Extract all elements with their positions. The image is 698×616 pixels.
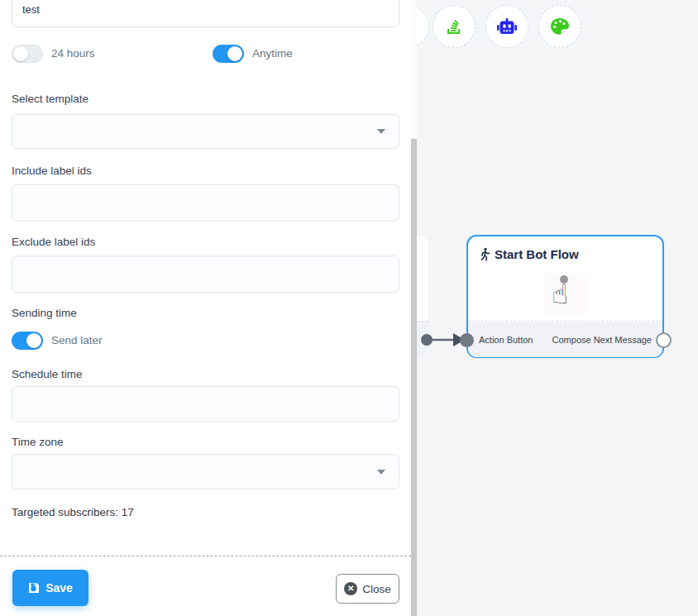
compose-next-message-label[interactable]: Compose Next Message <box>552 335 652 345</box>
exclude-label-ids-label: Exclude label ids <box>12 236 95 248</box>
palette-icon <box>550 17 570 36</box>
exclude-label-ids-input[interactable] <box>12 255 399 293</box>
close-button-label: Close <box>362 583 391 595</box>
chevron-down-icon <box>377 470 385 475</box>
partial-node-footer <box>417 322 428 357</box>
close-icon: ✕ <box>344 582 357 595</box>
24-hours-toggle-label: 24 hours <box>51 47 95 60</box>
node-separator <box>468 321 662 322</box>
hand-cursor-icon: ☝ <box>552 280 568 308</box>
scrollbar-thumb[interactable] <box>411 139 417 616</box>
sending-time-label: Sending time <box>12 307 77 319</box>
template-select[interactable] <box>12 114 399 149</box>
node-output-port[interactable] <box>656 332 672 348</box>
save-icon <box>28 582 40 594</box>
send-later-toggle[interactable] <box>12 332 43 350</box>
save-button-label: Save <box>45 581 73 595</box>
cursor-dot <box>560 275 568 284</box>
toggle-knob <box>13 46 28 61</box>
node-header: Start Bot Flow <box>480 247 579 261</box>
time-zone-select[interactable] <box>12 454 399 489</box>
form-scrollbar[interactable] <box>411 0 417 616</box>
flow-canvas[interactable]: Start Bot Flow ☝ Action Button Compose N… <box>417 0 698 616</box>
include-label-ids-input[interactable] <box>12 184 399 222</box>
toolbar-button-bot[interactable] <box>485 5 528 48</box>
toggle-knob <box>227 46 242 61</box>
anytime-toggle-label: Anytime <box>252 47 293 60</box>
stack-icon <box>444 17 464 36</box>
robot-icon <box>496 17 518 36</box>
partial-flow-node[interactable] <box>417 236 428 357</box>
24-hours-toggle[interactable] <box>12 45 43 63</box>
toolbar-circle-partial[interactable] <box>417 5 429 48</box>
broadcast-editor-screen: 24 hours Anytime Select template Include… <box>0 0 698 616</box>
include-label-ids-label: Include label ids <box>12 165 92 177</box>
start-bot-flow-node[interactable]: Start Bot Flow ☝ Action Button Compose N… <box>466 235 664 358</box>
time-zone-label: Time zone <box>12 436 64 448</box>
toolbar-button-stack[interactable] <box>433 5 476 48</box>
action-button-label[interactable]: Action Button <box>479 335 533 345</box>
node-title: Start Bot Flow <box>495 247 579 261</box>
toggle-knob <box>26 333 41 348</box>
cursor-highlight: ☝ <box>543 273 586 314</box>
select-template-label: Select template <box>12 93 88 105</box>
save-button[interactable]: Save <box>12 570 88 606</box>
broadcast-name-input[interactable] <box>12 0 399 27</box>
send-later-toggle-label: Send later <box>51 334 103 346</box>
node-input-port[interactable] <box>460 333 474 347</box>
schedule-time-input[interactable] <box>12 386 399 422</box>
targeted-subscribers-text: Targeted subscribers: 17 <box>12 506 134 518</box>
close-button[interactable]: ✕ Close <box>336 574 399 604</box>
walking-person-icon <box>480 247 490 261</box>
schedule-time-label: Schedule time <box>12 368 83 380</box>
targeted-subscribers-count: 17 <box>122 506 134 518</box>
broadcast-form-panel: 24 hours Anytime Select template Include… <box>0 0 411 616</box>
node-footer: Action Button Compose Next Message <box>468 322 662 357</box>
footer-divider <box>0 556 411 556</box>
targeted-subscribers-label: Targeted subscribers: <box>12 506 118 518</box>
chevron-down-icon <box>377 129 385 134</box>
messaging-window-toggle-row: 24 hours Anytime <box>0 45 411 64</box>
anytime-toggle[interactable] <box>213 45 244 63</box>
toolbar-button-palette[interactable] <box>538 5 581 48</box>
